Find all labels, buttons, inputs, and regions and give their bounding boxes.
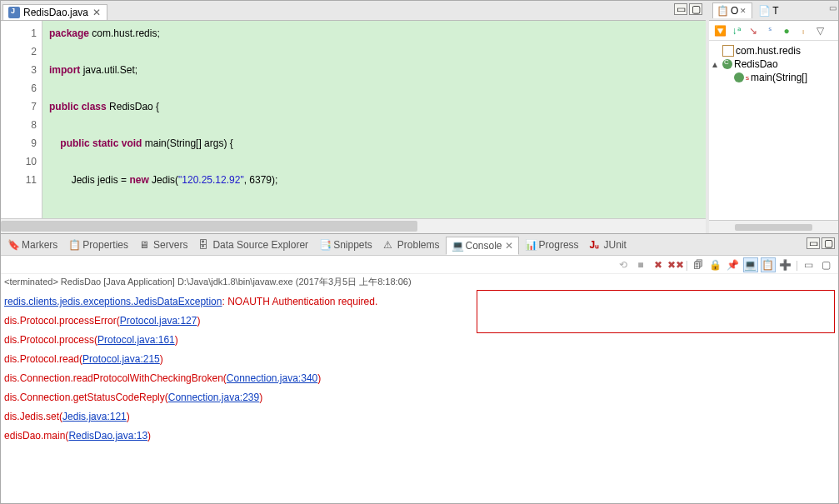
console-output[interactable]: redis.clients.jedis.exceptions.JedisData… [1,290,838,503]
tree-label: main(String[] [751,72,807,83]
remove-all-icon[interactable]: ✖✖ [668,257,683,272]
outline-icon: 📋 [717,5,729,17]
view-tab-snippets[interactable]: 📑Snippets [314,237,377,253]
editor-horizontal-scrollbar[interactable] [1,218,706,233]
stack-frame: edisDao.main( [4,430,68,442]
exception-message: : NOAUTH Authentication required. [222,296,377,307]
display-selected-icon[interactable]: 💻 [743,257,758,272]
remove-launch-icon[interactable]: ✖ [651,257,666,272]
view-label: Data Source Explorer [212,239,308,251]
outline-tab-inactive[interactable]: 📄 T [754,2,782,18]
editor-tab-redisdao[interactable]: RedisDao.java ✕ [2,4,107,20]
focus-icon[interactable]: 🔽 [712,23,727,38]
outline-tree[interactable]: com.hust.redis ▴ RedisDao s main(String[… [709,41,838,220]
outline-tab-active[interactable]: 📋 O ✕ [712,2,752,18]
outline-tab-label: O [731,5,738,17]
view-label: Markers [22,239,57,251]
source-link[interactable]: Protocol.java:215 [82,353,160,365]
outline-tab2-label: T [772,5,778,17]
task-list-icon: 📄 [758,5,771,17]
clear-console-icon[interactable]: 🗐 [691,257,706,272]
line-number-gutter: 12367891011 [1,21,42,218]
open-console-icon[interactable]: 📋 [761,257,776,272]
java-file-icon [8,7,20,18]
code-editor[interactable]: 12367891011 package com.hust.redis; impo… [1,21,706,218]
source-link[interactable]: Connection.java:340 [227,372,317,384]
twisty-open-icon[interactable]: ▴ [712,58,721,70]
source-link[interactable]: Protocol.java:127 [120,315,197,327]
pin-console-icon[interactable]: 📌 [726,257,741,272]
maximize-views-icon[interactable]: ▢ [822,237,835,249]
stack-frame: dis.Protocol.process( [4,334,97,346]
close-tab-icon[interactable]: ✕ [92,7,102,17]
view-tab-properties[interactable]: 📋Properties [63,237,133,253]
code-content[interactable]: package com.hust.redis; import java.util… [42,21,706,218]
scroll-lock-icon[interactable]: 🔒 [708,257,723,272]
close-view-icon[interactable]: ✕ [505,240,513,252]
properties-icon: 📋 [68,239,80,251]
view-tab-junit[interactable]: JᵤJUnit [585,237,632,253]
progress-icon: 📊 [525,239,537,251]
outline-horizontal-scrollbar[interactable] [709,220,838,233]
view-menu-icon[interactable]: ▽ [812,23,827,38]
outline-tab-bar: 📋 O ✕ 📄 T ▭ [709,1,838,21]
minimize-editor-icon[interactable]: ▭ [674,3,687,15]
view-label: Progress [539,239,579,251]
stack-frame: dis.Protocol.read( [4,353,82,365]
static-marker-icon: s [746,74,749,82]
maximize-editor-icon[interactable]: ▢ [689,3,702,15]
source-link[interactable]: Connection.java:239 [168,392,259,403]
markers-icon: 🔖 [7,239,19,251]
class-icon [722,59,732,69]
tree-label: com.hust.redis [736,45,801,57]
hide-nonpublic-icon[interactable]: ● [779,23,794,38]
tree-package-node[interactable]: com.hust.redis [712,44,835,57]
terminate-icon[interactable]: ■ [633,257,648,272]
terminate-relaunch-icon[interactable]: ⟲ [616,257,631,272]
outline-pane: 📋 O ✕ 📄 T ▭ 🔽 ↓ᵃ ↘ ˢ ● ₗ ▽ [709,1,838,233]
editor-tab-bar: RedisDao.java ✕ ▭ ▢ [1,1,706,21]
stack-frame: dis.Connection.getStatusCodeReply( [4,392,168,403]
stack-frame: dis.Protocol.processError( [4,315,120,327]
view-tab-servers[interactable]: 🖥Servers [134,237,192,253]
hide-fields-icon[interactable]: ↘ [746,23,761,38]
hide-static-icon[interactable]: ˢ [762,23,777,38]
console-toolbar: ⟲ ■ ✖ ✖✖ | 🗐 🔒 📌 💻 📋 ➕ | ▭ ▢ [1,256,838,274]
view-tab-console[interactable]: 💻Console ✕ [446,237,519,255]
source-link[interactable]: Protocol.java:161 [97,334,175,346]
package-icon [722,45,734,57]
sort-az-icon[interactable]: ↓ᵃ [729,23,744,38]
close-outline-icon[interactable]: ✕ [740,7,748,15]
source-link[interactable]: Jedis.java:121 [62,411,127,422]
tree-label: RedisDao [734,58,778,70]
outline-menu-icon[interactable]: ▭ [829,3,837,12]
minimize-console-icon[interactable]: ▭ [801,257,816,272]
views-tab-bar: 🔖Markers 📋Properties 🖥Servers 🗄Data Sour… [1,234,838,256]
method-icon [734,72,744,82]
view-tab-progress[interactable]: 📊Progress [520,237,584,253]
datasource-icon: 🗄 [198,239,210,251]
junit-icon: Jᵤ [590,239,602,251]
stack-frame: dis.Jedis.set( [4,411,62,422]
bottom-panel: 🔖Markers 📋Properties 🖥Servers 🗄Data Sour… [1,234,838,503]
console-icon: 💻 [452,240,463,252]
hide-local-icon[interactable]: ₗ [796,23,811,38]
view-tab-problems[interactable]: ⚠Problems [378,237,445,253]
snippets-icon: 📑 [319,239,331,251]
source-link[interactable]: RedisDao.java:13 [68,430,147,442]
minimize-views-icon[interactable]: ▭ [807,237,820,249]
exception-link[interactable]: redis.clients.jedis.exceptions.JedisData… [4,296,222,307]
console-header: <terminated> RedisDao [Java Application]… [1,274,838,290]
outline-toolbar: 🔽 ↓ᵃ ↘ ˢ ● ₗ ▽ [709,21,838,41]
view-label: Snippets [333,239,372,251]
view-label: Console [466,240,502,252]
tree-class-node[interactable]: ▴ RedisDao [712,57,835,71]
view-label: Properties [82,239,128,251]
view-tab-datasource[interactable]: 🗄Data Source Explorer [193,237,313,253]
tree-method-node[interactable]: s main(String[] [712,71,835,84]
editor-tab-title: RedisDao.java [23,7,88,18]
view-tab-markers[interactable]: 🔖Markers [2,237,62,253]
view-label: JUnit [604,239,627,251]
new-console-icon[interactable]: ➕ [778,257,793,272]
maximize-console-icon[interactable]: ▢ [818,257,833,272]
